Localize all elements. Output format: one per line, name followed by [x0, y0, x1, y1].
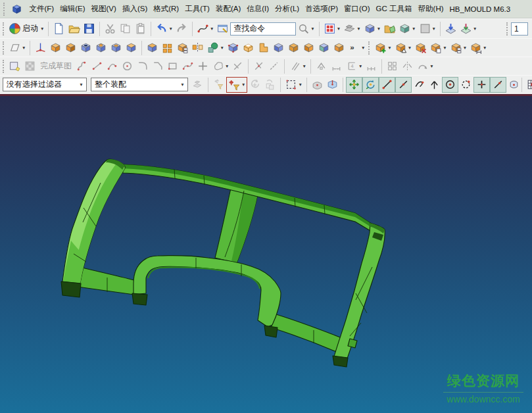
toolbar-grip[interactable]	[3, 3, 6, 16]
menu-insert[interactable]: 插入(S)	[119, 4, 150, 14]
display-mode-button[interactable]: ▼	[342, 21, 362, 37]
offset-face-button[interactable]	[331, 40, 347, 56]
menu-format[interactable]: 格式(R)	[151, 4, 182, 14]
dropdown-arrow-icon[interactable]: ▼	[40, 26, 44, 31]
snap-point-on-face-button[interactable]	[506, 77, 521, 93]
dropdown-arrow-icon[interactable]: ▼	[377, 26, 381, 31]
snap-arc-center-button[interactable]	[442, 77, 458, 93]
find-command-input[interactable]	[230, 22, 296, 36]
rectangle-button[interactable]	[165, 59, 180, 74]
selection-filter-combo[interactable]: 没有选择过滤器▼	[3, 78, 87, 91]
edge-blend-button[interactable]	[226, 40, 241, 56]
extrude-button[interactable]	[48, 40, 63, 56]
general-filter-button[interactable]: ▼	[226, 77, 247, 93]
copy-button[interactable]	[118, 21, 133, 37]
graphics-viewport[interactable]: 绿色资源网 www.downcc.com	[0, 96, 532, 413]
split-body-button[interactable]	[286, 40, 301, 56]
menu-tools[interactable]: 工具(T)	[182, 4, 213, 14]
sketch-reattach-button[interactable]	[22, 59, 37, 74]
menu-file[interactable]: 文件(F)	[26, 4, 57, 14]
move-component-button[interactable]	[413, 40, 428, 56]
thicken-button[interactable]	[301, 40, 316, 56]
snap-rotate-button[interactable]	[362, 77, 379, 93]
clip-section-button[interactable]	[443, 21, 458, 37]
dropdown-arrow-icon[interactable]: ▼	[337, 26, 341, 31]
toolbar-grip[interactable]	[3, 41, 5, 55]
snap-settings-button[interactable]	[525, 77, 532, 93]
toolbar-grip[interactable]	[3, 22, 5, 36]
dropdown-arrow-icon[interactable]: ▼	[443, 45, 447, 50]
dropdown-arrow-icon[interactable]: ▼	[463, 45, 467, 50]
menu-view[interactable]: 视图(V)	[88, 4, 119, 14]
dimension-button[interactable]	[329, 59, 344, 74]
auto-dimension-button[interactable]: 4▼	[344, 59, 364, 74]
shell-button[interactable]	[241, 40, 256, 56]
section-editor-button[interactable]: ▼	[397, 21, 417, 37]
offset-curve-button[interactable]: ▼	[287, 59, 307, 74]
snap-move-button[interactable]	[346, 77, 362, 93]
snap-endpoint-button[interactable]	[379, 77, 395, 93]
snap-control-point-button[interactable]	[412, 77, 427, 93]
geometric-constraint-button[interactable]	[314, 59, 329, 74]
pocket-button[interactable]	[109, 40, 124, 56]
interpart-link-button[interactable]	[190, 77, 205, 93]
menu-preferences[interactable]: 首选项(P)	[302, 4, 341, 14]
background-button[interactable]: ▼	[418, 21, 437, 37]
toolbar-grip[interactable]	[506, 22, 509, 36]
continuous-dimension-button[interactable]	[364, 59, 379, 74]
menu-edit[interactable]: 编辑(E)	[57, 4, 88, 14]
dropdown-arrow-icon[interactable]: ▼	[310, 26, 314, 31]
snap-existing-point-button[interactable]	[473, 77, 490, 93]
snap-intersection-button[interactable]	[427, 77, 442, 93]
dropdown-arrow-icon[interactable]: ▼	[210, 26, 214, 31]
view-layout-button[interactable]: ▼	[322, 21, 342, 37]
chamfer-button[interactable]	[150, 59, 165, 74]
sketch-in-task-button[interactable]	[7, 59, 22, 74]
redo-button[interactable]	[174, 21, 189, 37]
quick-extend-button[interactable]	[266, 59, 281, 74]
menu-window[interactable]: 窗口(O)	[341, 4, 373, 14]
menu-assemblies[interactable]: 装配(A)	[212, 4, 243, 14]
mirror-assembly-button[interactable]: ▼	[448, 40, 468, 56]
paste-button[interactable]	[133, 21, 148, 37]
dropdown-arrow-icon[interactable]: ▼	[356, 26, 360, 31]
sheet-button[interactable]	[145, 40, 160, 56]
studio-spline-button[interactable]	[180, 59, 195, 74]
trim-body-button[interactable]	[271, 40, 286, 56]
selection-scope-combo-dropdown-icon[interactable]: ▼	[178, 78, 187, 91]
info-window-button[interactable]	[215, 21, 230, 37]
datum-axis-button[interactable]	[33, 40, 48, 56]
find-command-button[interactable]: ▼	[296, 21, 316, 37]
dropdown-arrow-icon[interactable]: ▼	[429, 64, 433, 68]
emboss-button[interactable]	[124, 40, 139, 56]
rectangle-select-button[interactable]: ▼	[283, 77, 303, 93]
dropdown-arrow-icon[interactable]: ▼	[241, 82, 245, 87]
work-section-button[interactable]	[325, 77, 340, 93]
dropdown-arrow-icon[interactable]: ▼	[483, 45, 487, 50]
cut-button[interactable]	[103, 21, 118, 37]
dropdown-arrow-icon[interactable]: ▼	[387, 45, 391, 50]
unite-button[interactable]	[175, 40, 190, 56]
dropdown-arrow-icon[interactable]: ▼	[298, 82, 302, 87]
shaded-view-button[interactable]: ▼	[362, 21, 382, 37]
line-button[interactable]	[89, 59, 105, 74]
ellipse-button[interactable]: ▼	[210, 59, 230, 74]
snap-point-on-curve-button[interactable]	[490, 77, 506, 93]
filter-reset-button[interactable]	[262, 77, 278, 93]
point-button[interactable]	[195, 59, 210, 74]
selection-scope-combo[interactable]: 整个装配▼	[91, 78, 188, 91]
filter-back-button[interactable]	[211, 77, 226, 93]
dropdown-arrow-icon[interactable]: ▼	[412, 26, 416, 31]
arc-button[interactable]	[105, 59, 120, 74]
quick-trim-button[interactable]	[251, 59, 266, 74]
toolbar-grip[interactable]	[368, 41, 371, 55]
snap-quadrant-button[interactable]	[458, 77, 473, 93]
pattern-component-button[interactable]: ▼	[428, 40, 448, 56]
profile-button[interactable]	[74, 59, 89, 74]
dropdown-arrow-icon[interactable]: ▼	[168, 26, 172, 31]
menu-analysis[interactable]: 分析(L)	[272, 4, 302, 14]
dropdown-arrow-icon[interactable]: ▼	[22, 45, 26, 50]
circle-button[interactable]	[120, 59, 135, 74]
menu-gc-toolbox[interactable]: GC 工具箱	[373, 4, 415, 14]
more-features-button[interactable]: »▼	[347, 40, 366, 56]
